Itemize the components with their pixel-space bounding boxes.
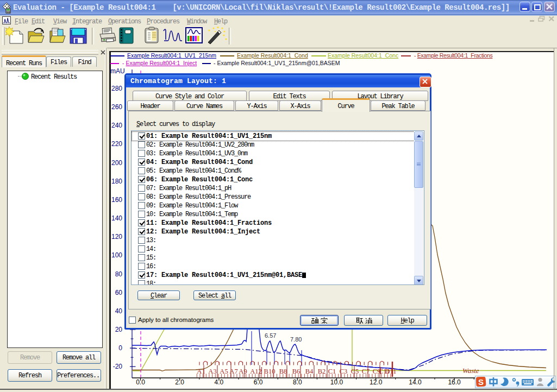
svg-text:6.57: 6.57: [265, 332, 276, 339]
svg-text:8.0: 8.0: [293, 378, 302, 386]
svg-text:12.0: 12.0: [370, 378, 383, 386]
svg-text:Waste: Waste: [462, 366, 479, 375]
svg-text:7.80: 7.80: [290, 336, 302, 343]
svg-text:S: S: [478, 377, 484, 387]
svg-text:80: 80: [115, 270, 123, 278]
svg-text:120: 120: [111, 233, 122, 241]
svg-text:A5: A5: [220, 368, 228, 375]
svg-text:0: 0: [118, 344, 122, 352]
svg-text:220: 220: [111, 140, 122, 148]
svg-text:260: 260: [111, 103, 122, 111]
svg-text:B10: B10: [264, 368, 276, 375]
svg-text:2.0: 2.0: [175, 378, 184, 386]
svg-text:0.0: 0.0: [136, 378, 145, 386]
svg-text:B4: B4: [305, 368, 314, 375]
svg-text:160: 160: [111, 196, 122, 204]
svg-text:16.0: 16.0: [448, 378, 461, 386]
svg-text:60: 60: [115, 289, 123, 296]
svg-text:20: 20: [115, 326, 123, 333]
svg-text:C5: C5: [351, 368, 359, 375]
svg-text:180: 180: [111, 178, 122, 185]
svg-text:240: 240: [111, 122, 122, 129]
svg-text:200: 200: [111, 159, 122, 167]
svg-text:14.0: 14.0: [409, 378, 422, 386]
svg-text:140: 140: [111, 214, 122, 222]
svg-text:4.0: 4.0: [215, 378, 224, 386]
svg-text:B8: B8: [279, 368, 287, 375]
svg-text:100: 100: [111, 251, 122, 259]
svg-text:C1: C1: [328, 368, 336, 375]
svg-text:40: 40: [115, 307, 123, 315]
svg-text:A9: A9: [239, 368, 247, 375]
svg-text:A12: A12: [250, 368, 262, 375]
svg-text:C3: C3: [340, 368, 348, 375]
svg-text:6.0: 6.0: [254, 378, 263, 386]
svg-text:D11: D11: [385, 368, 396, 375]
svg-text:A1: A1: [197, 368, 205, 375]
svg-text:280: 280: [111, 85, 122, 92]
svg-text:A3: A3: [208, 368, 216, 375]
svg-text:B6: B6: [292, 368, 301, 375]
svg-text:-20: -20: [113, 363, 123, 370]
svg-text:B2: B2: [318, 368, 326, 375]
svg-text:10.0: 10.0: [330, 378, 343, 386]
svg-text:A7: A7: [229, 368, 237, 375]
svg-text:mAU: mAU: [110, 67, 125, 75]
svg-text:C7: C7: [362, 368, 370, 375]
